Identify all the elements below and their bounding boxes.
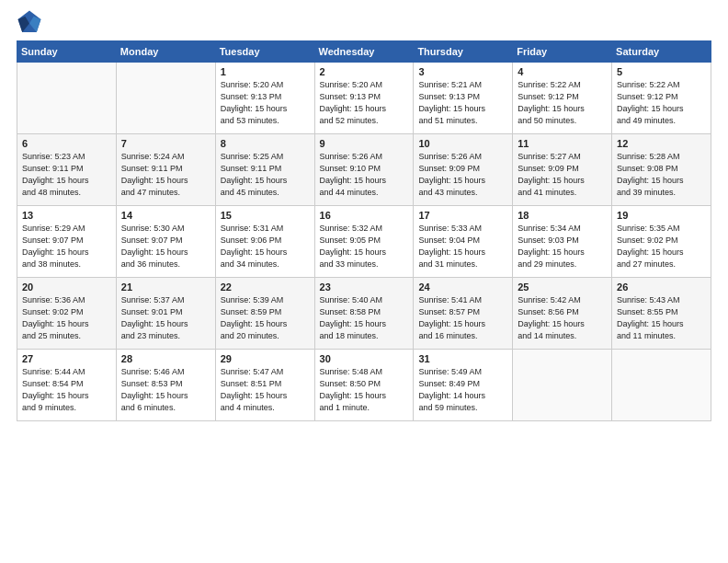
day-number: 22 (221, 282, 310, 293)
header (17, 9, 711, 35)
calendar-table: SundayMondayTuesdayWednesdayThursdayFrid… (17, 40, 711, 421)
day-number: 28 (121, 353, 210, 364)
day-info: Sunrise: 5:36 AM Sunset: 9:02 PM Dayligh… (22, 294, 111, 342)
calendar-cell: 15Sunrise: 5:31 AM Sunset: 9:06 PM Dayli… (215, 206, 314, 278)
day-info: Sunrise: 5:48 AM Sunset: 8:50 PM Dayligh… (320, 366, 409, 414)
calendar-cell: 23Sunrise: 5:40 AM Sunset: 8:58 PM Dayli… (314, 278, 414, 350)
day-info: Sunrise: 5:37 AM Sunset: 9:01 PM Dayligh… (121, 294, 210, 342)
page: SundayMondayTuesdayWednesdayThursdayFrid… (0, 0, 728, 563)
day-number: 24 (418, 282, 507, 293)
day-info: Sunrise: 5:34 AM Sunset: 9:03 PM Dayligh… (518, 223, 607, 270)
calendar-cell: 27Sunrise: 5:44 AM Sunset: 8:54 PM Dayli… (17, 350, 117, 421)
day-info: Sunrise: 5:40 AM Sunset: 8:58 PM Dayligh… (320, 294, 409, 342)
day-number: 5 (617, 66, 706, 77)
day-number: 21 (121, 282, 210, 293)
day-info: Sunrise: 5:26 AM Sunset: 9:10 PM Dayligh… (320, 151, 409, 199)
weekday-header: Saturday (612, 41, 711, 63)
day-info: Sunrise: 5:22 AM Sunset: 9:12 PM Dayligh… (617, 79, 706, 127)
calendar-cell: 24Sunrise: 5:41 AM Sunset: 8:57 PM Dayli… (414, 278, 513, 350)
weekday-header: Sunday (17, 41, 117, 63)
day-number: 15 (221, 210, 310, 221)
day-info: Sunrise: 5:28 AM Sunset: 9:08 PM Dayligh… (617, 151, 706, 199)
logo (17, 9, 46, 35)
calendar-cell: 3Sunrise: 5:21 AM Sunset: 9:13 PM Daylig… (414, 63, 513, 134)
day-number: 20 (22, 282, 111, 293)
weekday-header: Tuesday (215, 41, 314, 63)
calendar-cell: 18Sunrise: 5:34 AM Sunset: 9:03 PM Dayli… (513, 206, 612, 278)
day-info: Sunrise: 5:24 AM Sunset: 9:11 PM Dayligh… (121, 151, 210, 199)
calendar-cell: 31Sunrise: 5:49 AM Sunset: 8:49 PM Dayli… (414, 350, 513, 421)
day-number: 13 (22, 210, 111, 221)
day-info: Sunrise: 5:46 AM Sunset: 8:53 PM Dayligh… (121, 366, 210, 414)
day-number: 17 (418, 210, 507, 221)
calendar-cell (17, 63, 117, 134)
day-number: 14 (121, 210, 210, 221)
calendar-cell: 28Sunrise: 5:46 AM Sunset: 8:53 PM Dayli… (116, 350, 215, 421)
day-info: Sunrise: 5:44 AM Sunset: 8:54 PM Dayligh… (22, 366, 111, 414)
day-info: Sunrise: 5:20 AM Sunset: 9:13 PM Dayligh… (221, 79, 310, 127)
calendar-cell: 4Sunrise: 5:22 AM Sunset: 9:12 PM Daylig… (513, 63, 612, 134)
day-number: 11 (518, 138, 607, 149)
day-number: 30 (320, 353, 409, 364)
calendar-cell: 9Sunrise: 5:26 AM Sunset: 9:10 PM Daylig… (314, 134, 414, 206)
day-info: Sunrise: 5:42 AM Sunset: 8:56 PM Dayligh… (518, 294, 607, 342)
logo-icon (17, 9, 42, 35)
weekday-header: Monday (116, 41, 215, 63)
calendar-cell: 30Sunrise: 5:48 AM Sunset: 8:50 PM Dayli… (314, 350, 414, 421)
calendar-cell: 2Sunrise: 5:20 AM Sunset: 9:13 PM Daylig… (314, 63, 414, 134)
day-info: Sunrise: 5:32 AM Sunset: 9:05 PM Dayligh… (320, 223, 409, 270)
day-info: Sunrise: 5:21 AM Sunset: 9:13 PM Dayligh… (418, 79, 507, 127)
calendar-cell: 22Sunrise: 5:39 AM Sunset: 8:59 PM Dayli… (215, 278, 314, 350)
day-number: 27 (22, 353, 111, 364)
calendar-week-row: 20Sunrise: 5:36 AM Sunset: 9:02 PM Dayli… (17, 278, 711, 350)
day-number: 6 (22, 138, 111, 149)
day-number: 4 (518, 66, 607, 77)
weekday-header: Friday (513, 41, 612, 63)
calendar-cell: 19Sunrise: 5:35 AM Sunset: 9:02 PM Dayli… (612, 206, 711, 278)
calendar-cell: 14Sunrise: 5:30 AM Sunset: 9:07 PM Dayli… (116, 206, 215, 278)
calendar-week-row: 13Sunrise: 5:29 AM Sunset: 9:07 PM Dayli… (17, 206, 711, 278)
day-info: Sunrise: 5:22 AM Sunset: 9:12 PM Dayligh… (518, 79, 607, 127)
day-info: Sunrise: 5:43 AM Sunset: 8:55 PM Dayligh… (617, 294, 706, 342)
day-info: Sunrise: 5:23 AM Sunset: 9:11 PM Dayligh… (22, 151, 111, 199)
day-number: 23 (320, 282, 409, 293)
day-number: 26 (617, 282, 706, 293)
day-info: Sunrise: 5:41 AM Sunset: 8:57 PM Dayligh… (418, 294, 507, 342)
calendar-cell: 29Sunrise: 5:47 AM Sunset: 8:51 PM Dayli… (215, 350, 314, 421)
calendar-week-row: 27Sunrise: 5:44 AM Sunset: 8:54 PM Dayli… (17, 350, 711, 421)
day-number: 29 (221, 353, 310, 364)
day-info: Sunrise: 5:39 AM Sunset: 8:59 PM Dayligh… (221, 294, 310, 342)
calendar-cell: 7Sunrise: 5:24 AM Sunset: 9:11 PM Daylig… (116, 134, 215, 206)
day-info: Sunrise: 5:25 AM Sunset: 9:11 PM Dayligh… (221, 151, 310, 199)
calendar-cell: 13Sunrise: 5:29 AM Sunset: 9:07 PM Dayli… (17, 206, 117, 278)
day-number: 16 (320, 210, 409, 221)
day-number: 7 (121, 138, 210, 149)
day-number: 2 (320, 66, 409, 77)
day-number: 18 (518, 210, 607, 221)
day-info: Sunrise: 5:26 AM Sunset: 9:09 PM Dayligh… (418, 151, 507, 199)
calendar-cell: 16Sunrise: 5:32 AM Sunset: 9:05 PM Dayli… (314, 206, 414, 278)
calendar-cell: 8Sunrise: 5:25 AM Sunset: 9:11 PM Daylig… (215, 134, 314, 206)
calendar-cell: 25Sunrise: 5:42 AM Sunset: 8:56 PM Dayli… (513, 278, 612, 350)
calendar-cell: 12Sunrise: 5:28 AM Sunset: 9:08 PM Dayli… (612, 134, 711, 206)
calendar-cell: 21Sunrise: 5:37 AM Sunset: 9:01 PM Dayli… (116, 278, 215, 350)
day-number: 8 (221, 138, 310, 149)
header-row: SundayMondayTuesdayWednesdayThursdayFrid… (17, 41, 711, 63)
day-number: 3 (418, 66, 507, 77)
calendar-cell (513, 350, 612, 421)
day-number: 25 (518, 282, 607, 293)
day-info: Sunrise: 5:29 AM Sunset: 9:07 PM Dayligh… (22, 223, 111, 270)
calendar-cell: 10Sunrise: 5:26 AM Sunset: 9:09 PM Dayli… (414, 134, 513, 206)
day-info: Sunrise: 5:49 AM Sunset: 8:49 PM Dayligh… (418, 366, 507, 414)
day-info: Sunrise: 5:30 AM Sunset: 9:07 PM Dayligh… (121, 223, 210, 270)
day-info: Sunrise: 5:27 AM Sunset: 9:09 PM Dayligh… (518, 151, 607, 199)
calendar-cell: 26Sunrise: 5:43 AM Sunset: 8:55 PM Dayli… (612, 278, 711, 350)
day-info: Sunrise: 5:35 AM Sunset: 9:02 PM Dayligh… (617, 223, 706, 270)
day-info: Sunrise: 5:31 AM Sunset: 9:06 PM Dayligh… (221, 223, 310, 270)
weekday-header: Thursday (414, 41, 513, 63)
day-number: 9 (320, 138, 409, 149)
calendar-cell: 20Sunrise: 5:36 AM Sunset: 9:02 PM Dayli… (17, 278, 117, 350)
day-info: Sunrise: 5:20 AM Sunset: 9:13 PM Dayligh… (320, 79, 409, 127)
calendar-week-row: 1Sunrise: 5:20 AM Sunset: 9:13 PM Daylig… (17, 63, 711, 134)
calendar-cell: 11Sunrise: 5:27 AM Sunset: 9:09 PM Dayli… (513, 134, 612, 206)
